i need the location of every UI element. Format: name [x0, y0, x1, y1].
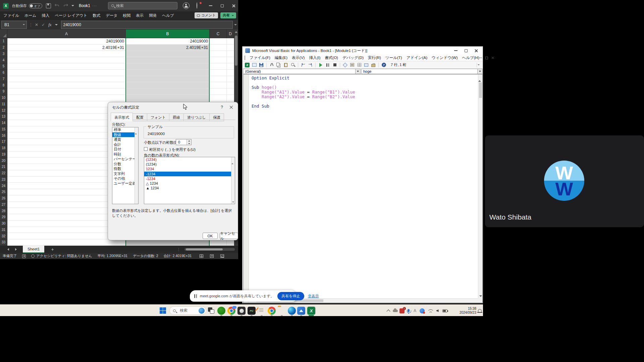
confirm-entry-icon[interactable]: ✓ — [42, 22, 45, 27]
cell-B8[interactable] — [126, 82, 210, 88]
taskbar-app-xbox[interactable] — [217, 307, 225, 315]
next-sheet-icon[interactable] — [15, 248, 17, 251]
row-header-26[interactable]: 26 — [0, 195, 7, 202]
scroll-down-icon[interactable] — [479, 295, 482, 297]
vba-menu-アドイン(A)[interactable]: アドイン(A) — [407, 55, 427, 60]
break-icon[interactable] — [325, 62, 330, 68]
microphone-icon[interactable] — [406, 308, 411, 313]
speaker-icon[interactable] — [435, 308, 440, 313]
row-header-28[interactable]: 28 — [0, 208, 7, 214]
ribbon-tab-データ[interactable]: データ — [106, 13, 117, 18]
row-header-17[interactable]: 17 — [0, 139, 7, 145]
comments-button[interactable]: コメント — [195, 12, 218, 18]
scrollbar-thumb[interactable] — [235, 36, 237, 66]
row-header-7[interactable]: 7 — [0, 76, 7, 82]
cell-C8[interactable] — [210, 82, 227, 88]
scrollbar-thumb[interactable] — [479, 82, 482, 98]
cell-C7[interactable] — [210, 76, 227, 82]
row-header-12[interactable]: 12 — [0, 107, 7, 114]
cell-A3[interactable] — [7, 51, 126, 57]
notification-badge-app-icon[interactable]: 1 — [399, 308, 405, 313]
formula-input[interactable]: 24019000 — [61, 21, 233, 29]
cell-A33[interactable] — [7, 239, 126, 246]
row-header-19[interactable]: 19 — [0, 152, 7, 158]
cell-A7[interactable] — [7, 76, 126, 82]
reset-icon[interactable] — [332, 62, 337, 68]
cell-C3[interactable] — [210, 51, 227, 57]
taskbar-app-excel[interactable]: X — [307, 307, 315, 315]
paste-icon[interactable] — [283, 62, 288, 68]
taskbar-app-photos[interactable] — [297, 307, 305, 315]
name-box[interactable]: B1 — [1, 21, 27, 29]
cell-B10[interactable] — [126, 95, 210, 101]
cell-C1[interactable] — [210, 38, 227, 45]
ime-a-icon[interactable]: A — [412, 308, 418, 313]
cell-A8[interactable] — [7, 82, 126, 88]
undo-icon[interactable] — [55, 3, 60, 8]
toolbox-icon[interactable] — [371, 62, 376, 68]
negative-scrollbar[interactable] — [231, 157, 235, 204]
properties-icon[interactable] — [357, 62, 362, 68]
row-header-8[interactable]: 8 — [0, 82, 7, 88]
cell-D7[interactable] — [227, 76, 234, 82]
hidden-icons-chevron-icon[interactable] — [386, 308, 391, 313]
document-title[interactable]: Book1 — [79, 3, 90, 8]
dropdown-chevron-icon[interactable] — [355, 69, 360, 74]
select-all-corner[interactable] — [0, 29, 7, 38]
category-listbox[interactable]: 標準数値通貨会計日付時刻パーセンテージ分数指数文字列その他ユーザー定義 — [112, 127, 139, 204]
status-accessibility[interactable]: アクセシビリティ: 問題ありません — [36, 254, 92, 258]
mdi-close-icon[interactable] — [491, 56, 494, 59]
column-header-B[interactable]: B — [126, 29, 210, 38]
taskbar-app-xbox-game-bar[interactable] — [237, 307, 246, 315]
scrollbar-dots-icon[interactable]: ⋮ — [177, 247, 180, 252]
scroll-down-icon[interactable] — [232, 201, 234, 203]
cut-icon[interactable] — [269, 62, 274, 68]
cell-D10[interactable] — [227, 95, 234, 101]
row-header-10[interactable]: 10 — [0, 95, 7, 101]
copy-icon[interactable] — [276, 62, 281, 68]
vba-menu-編集(E)[interactable]: 編集(E) — [275, 55, 287, 60]
row-header-15[interactable]: 15 — [0, 126, 7, 133]
wifi-icon[interactable] — [428, 308, 433, 313]
cell-B7[interactable] — [126, 76, 210, 82]
taskbar-app-journal[interactable] — [258, 307, 266, 315]
scroll-up-icon[interactable] — [235, 31, 237, 33]
row-header-14[interactable]: 14 — [0, 120, 7, 126]
vba-menu-ファイル(F)[interactable]: ファイル(F) — [250, 55, 270, 60]
insert-userform-icon[interactable] — [252, 62, 257, 68]
find-icon[interactable] — [290, 62, 296, 68]
add-sheet-button[interactable]: + — [51, 247, 54, 252]
scrollbar-thumb[interactable] — [186, 248, 223, 250]
cell-B9[interactable] — [126, 88, 210, 95]
spin-up-icon[interactable] — [187, 139, 191, 142]
row-header-31[interactable]: 31 — [0, 227, 7, 233]
taskbar-app-chrome[interactable] — [268, 307, 276, 315]
onedrive-cloud-icon[interactable] — [392, 308, 398, 313]
cell-A2[interactable]: 2.4019E+31 — [7, 45, 126, 51]
negative-format-listbox[interactable]: (1234)(1234)1234-1234-1234△ 1234▲ 1234 — [144, 157, 235, 204]
horizontal-scrollbar[interactable] — [184, 248, 235, 251]
scroll-up-icon[interactable] — [478, 74, 481, 82]
save-icon[interactable] — [259, 62, 264, 68]
help-icon[interactable]: ? — [381, 62, 386, 68]
cell-A9[interactable] — [7, 88, 126, 95]
scroll-up-icon[interactable] — [135, 127, 137, 134]
negative-option-3[interactable]: -1234 — [144, 172, 235, 176]
ok-button[interactable]: OK — [203, 233, 218, 239]
cell-B6[interactable] — [126, 70, 210, 76]
procedure-dropdown[interactable]: hoge — [361, 69, 483, 74]
vba-menu-ヘルプ(H)[interactable]: ヘルプ(H) — [462, 55, 479, 60]
page-break-view-icon[interactable] — [220, 254, 224, 258]
toolbar-options-icon[interactable] — [477, 63, 480, 67]
row-header-2[interactable]: 2 — [0, 45, 7, 51]
cell-C5[interactable] — [210, 63, 227, 70]
design-mode-icon[interactable] — [342, 62, 348, 68]
normal-view-icon[interactable] — [200, 254, 203, 258]
row-header-30[interactable]: 30 — [0, 221, 7, 227]
excel-view-icon[interactable]: X — [245, 62, 250, 68]
row-header-33[interactable]: 33 — [0, 239, 7, 246]
excel-search-box[interactable]: 検索 — [108, 2, 177, 9]
cell-C6[interactable] — [210, 70, 227, 76]
cell-D6[interactable] — [227, 70, 234, 76]
taskbar-app-task-view[interactable] — [207, 307, 215, 315]
